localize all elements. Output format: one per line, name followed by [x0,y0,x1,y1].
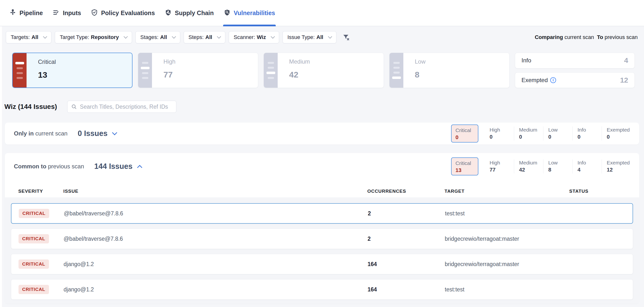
section-label: Only in current scan [14,130,68,137]
severity-card-count: 77 [164,70,175,80]
counter-label: Medium [519,127,543,133]
counter-label: High [490,127,514,133]
counter-low[interactable]: Low 0 [543,126,572,140]
counter-value: 42 [519,167,543,173]
severity-card-high[interactable]: High 77 [138,53,258,88]
section-issues-count[interactable]: 0 Issues [78,129,108,138]
severity-card-low[interactable]: Low 8 [389,53,510,88]
section-label-rest: previous scan [46,163,84,170]
comparing-label: Comparing current scan To previous scan [535,34,638,40]
severity-badge: CRITICAL [18,285,49,294]
table-row[interactable]: CRITICAL django@1.2 164 bridgecrewio/ter… [11,254,633,274]
column-header-occurrences: OCCURRENCES [367,188,444,194]
tab-pipeline[interactable]: Pipeline [9,0,43,26]
tab-inputs[interactable]: Inputs [52,0,82,26]
filter-stages[interactable]: Stages: All [136,31,180,43]
target-cell: bridgecrewio/terragoat:master [445,261,570,268]
top-nav: Pipeline Inputs Policy Evaluations Suppl… [0,0,644,26]
counter-info[interactable]: Info 0 [572,126,602,140]
counter-medium[interactable]: Medium 42 [514,159,543,174]
content-area: Targets: All Target Type: Repository Sta… [0,26,644,307]
counter-exempted[interactable]: Exempted 0 [602,126,631,140]
section-issues-count[interactable]: 144 Issues [94,162,132,171]
filter-label: Targets: [11,34,30,40]
counter-label: Critical [456,160,478,166]
search-box [67,101,176,113]
section-header: Common to previous scan 144 Issues Criti… [5,153,639,180]
filter-label: Stages: [140,34,158,40]
column-header-status: STATUS [569,188,633,194]
counter-value: 0 [490,134,514,140]
severity-card-count: 13 [38,70,56,80]
info-card-label: Info [522,57,531,64]
severity-badge: CRITICAL [18,260,49,269]
filter-label: Target Type: [60,34,89,40]
filter-target-type[interactable]: Target Type: Repository [55,31,132,43]
info-card-text: Info [522,57,531,64]
table-row[interactable]: CRITICAL django@1.2 164 test:test [11,279,633,300]
severity-badge: CRITICAL [18,234,49,244]
counter-low[interactable]: Low 8 [543,159,572,174]
severity-bars-icon [264,53,278,88]
info-card[interactable]: Info 4 [515,53,635,68]
chevron-down-icon [43,34,47,39]
counter-value: 13 [456,167,478,174]
counter-medium[interactable]: Medium 0 [514,126,543,140]
exempted-card[interactable]: Exemptedi 12 [515,72,635,88]
issue-cell: django@1.2 [64,261,368,268]
filter-value: Repository [91,34,119,40]
filter-scanner[interactable]: Scanner: Wiz [229,31,279,43]
table-header: SEVERITY ISSUE OCCURRENCES TARGET STATUS [11,180,633,197]
only-in-current-scan-panel: Only in current scan 0 Issues Critical 0… [5,122,639,144]
counter-label: Critical [456,128,478,133]
table-row[interactable]: CRITICAL @babel/traverse@7.8.6 2 bridgec… [11,228,633,249]
search-input[interactable] [80,104,172,110]
chevron-down-icon[interactable] [112,130,117,135]
tab-policy-evaluations[interactable]: Policy Evaluations [90,0,156,26]
exempted-card-text: Exempted [522,77,548,84]
counter-value: 0 [578,134,602,140]
severity-card-label: High [164,58,175,65]
counter-value: 12 [607,167,631,173]
filter-targets[interactable]: Targets: All [6,31,52,43]
occurrences-cell: 2 [368,236,445,242]
comparing-text: current scan [563,34,597,40]
exempted-card-count: 12 [620,76,628,84]
counter-value: 4 [578,167,602,173]
counter-critical[interactable]: Critical 13 [451,158,478,176]
chevron-up-icon[interactable] [137,165,142,170]
tab-label: Policy Evaluations [101,10,155,16]
inputs-icon [52,9,60,17]
counter-high[interactable]: High 0 [485,126,514,140]
severity-card-body: Medium 42 [278,53,310,88]
counter-label: Exempted [607,160,631,166]
section-label-bold: Common to [14,163,46,170]
counter-high[interactable]: High 77 [485,159,514,174]
comparing-bold: Comparing [535,34,563,40]
section-label-bold: Only in [14,130,34,137]
filter-bar: Targets: All Target Type: Repository Sta… [0,26,644,43]
counter-value: 77 [490,167,514,173]
severity-card-critical[interactable]: Critical 13 [12,53,132,88]
severity-card-medium[interactable]: Medium 42 [264,53,384,88]
info-circle-icon[interactable]: i [550,77,556,83]
filter-clear-icon[interactable] [342,34,350,41]
filter-steps[interactable]: Steps: All [184,31,226,43]
scanner-title: Wiz (144 Issues) [4,103,57,110]
side-cards-column: Info 4 Exemptedi 12 [515,53,635,88]
severity-bars-icon [13,53,26,88]
counter-exempted[interactable]: Exempted 12 [602,159,631,174]
counter-critical[interactable]: Critical 0 [451,124,478,142]
target-cell: test:test [445,210,570,217]
table-row[interactable]: CRITICAL @babel/traverse@7.8.6 2 test:te… [11,203,633,224]
filter-label: Issue Type: [288,34,315,40]
tab-supply-chain[interactable]: Supply Chain [164,0,214,26]
tab-vulnerabilities[interactable]: Vulnerabilities [223,0,276,26]
column-header-severity: SEVERITY [18,188,63,194]
severity-bars-icon [390,53,403,88]
counter-info[interactable]: Info 4 [572,159,602,174]
filter-label: Steps: [188,34,204,40]
filter-issue-type[interactable]: Issue Type: All [282,31,336,43]
chevron-down-icon [328,34,332,39]
counter-value: 0 [519,134,543,140]
